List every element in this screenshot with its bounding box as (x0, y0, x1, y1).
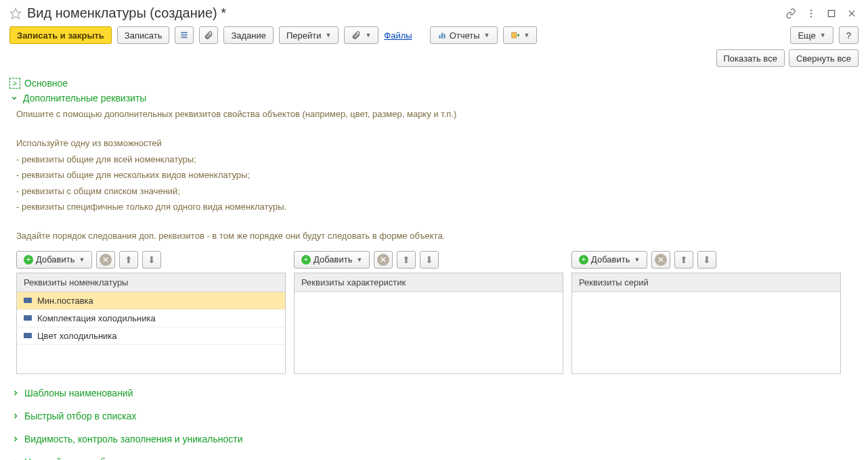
column-nomenclature-attrs: + Добавить ▼ ✕ ⬆ ⬇ Реквизиты номенклатур… (16, 251, 286, 374)
row-label: Мин.поставка (37, 296, 93, 306)
chevron-down-icon: ▼ (820, 32, 826, 39)
attribute-icon (24, 315, 32, 321)
add-button[interactable]: + Добавить ▼ (16, 251, 92, 269)
add-label: Добавить (36, 254, 74, 264)
chevron-right-icon (11, 434, 20, 444)
svg-point-2 (810, 12, 812, 14)
section-pricing[interactable]: Настройка ценообразования (11, 457, 859, 461)
svg-rect-10 (439, 35, 440, 39)
section-additional-attrs[interactable]: Дополнительные реквизиты (9, 93, 859, 104)
chevron-down-icon: ▼ (326, 32, 332, 39)
chevron-down-icon: ▼ (484, 32, 490, 39)
move-down-button[interactable]: ⬇ (142, 251, 161, 269)
close-icon[interactable] (845, 7, 859, 20)
chevron-down-icon: ▼ (356, 256, 362, 263)
chevron-down-icon: ▼ (79, 256, 85, 263)
more-button[interactable]: Еще ▼ (790, 26, 833, 44)
delete-button[interactable]: ✕ (96, 251, 115, 269)
hint-line: - реквизиты с общим списком значений; (16, 185, 859, 198)
files-link[interactable]: Файлы (384, 30, 412, 41)
reports-button[interactable]: Отчеты ▼ (430, 26, 498, 44)
chevron-down-icon: ▼ (524, 32, 530, 39)
arrow-up-icon: ⬆ (125, 254, 133, 265)
svg-point-1 (810, 9, 812, 11)
move-up-button[interactable]: ⬆ (397, 251, 416, 269)
move-down-button[interactable]: ⬇ (697, 251, 716, 269)
delete-button[interactable]: ✕ (374, 251, 393, 269)
list-icon-button[interactable] (175, 26, 194, 44)
column-characteristics-attrs: + Добавить ▼ ✕ ⬆ ⬇ Реквизиты характерист… (294, 251, 563, 374)
arrow-down-icon: ⬇ (425, 254, 433, 265)
delete-icon: ✕ (377, 254, 389, 266)
hint-line: - реквизиты общие для всей номенклатуры; (16, 153, 859, 166)
maximize-icon[interactable] (825, 7, 838, 20)
arrow-up-icon: ⬆ (680, 254, 688, 265)
attach-files-button[interactable]: ▼ (344, 26, 378, 44)
row-label: Комплектация холодильника (37, 313, 156, 323)
hint-line: Используйте одну из возможностей (16, 137, 859, 150)
add-button[interactable]: + Добавить ▼ (294, 251, 370, 269)
hint-line: Задайте порядок следования доп. реквизит… (16, 229, 859, 243)
show-all-button[interactable]: Показать все (716, 49, 785, 67)
section-label: Настройка ценообразования (24, 457, 151, 461)
add-label: Добавить (313, 254, 352, 264)
task-button[interactable]: Задание (223, 26, 274, 44)
collapse-all-button[interactable]: Свернуть все (789, 49, 859, 67)
table-row[interactable]: Комплектация холодильника (17, 310, 285, 327)
chevron-right-icon: > (9, 78, 20, 89)
arrow-down-icon: ⬇ (703, 254, 711, 265)
hint-line: - реквизиты специфичные только для одног… (16, 200, 859, 214)
grid-header: Реквизиты характеристик (295, 273, 563, 292)
hint-line: Опишите с помощью дополнительных реквизи… (16, 108, 859, 121)
svg-rect-7 (181, 32, 188, 33)
svg-rect-13 (511, 32, 516, 38)
section-visibility[interactable]: Видимость, контроль заполнения и уникаль… (11, 434, 859, 444)
plus-icon: + (24, 255, 33, 264)
move-up-button[interactable]: ⬆ (119, 251, 138, 269)
section-label: Видимость, контроль заполнения и уникаль… (24, 434, 243, 444)
plus-icon: + (579, 255, 588, 264)
section-main[interactable]: > Основное (9, 78, 859, 89)
table-row[interactable]: Мин.поставка (17, 292, 285, 310)
section-additional-attrs-label: Дополнительные реквизиты (23, 93, 146, 104)
section-name-templates[interactable]: Шаблоны наименований (11, 388, 859, 398)
svg-point-3 (810, 16, 812, 17)
move-up-button[interactable]: ⬆ (674, 251, 693, 269)
grid-characteristics: Реквизиты характеристик (294, 273, 563, 374)
section-main-label: Основное (24, 78, 68, 89)
chevron-right-icon (11, 388, 20, 398)
arrow-down-icon: ⬇ (148, 254, 156, 265)
chevron-down-icon: ▼ (365, 32, 371, 39)
attachment-icon-button[interactable] (199, 26, 218, 44)
page-title: Вид номенклатуры (создание) * (27, 5, 784, 21)
svg-rect-11 (441, 33, 442, 39)
favorite-star-icon[interactable] (9, 7, 22, 20)
grid-series: Реквизиты серий (571, 273, 841, 374)
delete-button[interactable]: ✕ (651, 251, 670, 269)
plus-icon: + (301, 255, 311, 264)
save-and-close-button[interactable]: Записать и закрыть (9, 26, 112, 44)
save-button[interactable]: Записать (117, 26, 170, 44)
grid-header: Реквизиты номенклатуры (17, 273, 285, 292)
link-icon[interactable] (784, 7, 798, 20)
goto-button[interactable]: Перейти ▼ (279, 26, 339, 44)
delete-icon: ✕ (655, 254, 667, 266)
delete-icon: ✕ (100, 254, 112, 266)
move-down-button[interactable]: ⬇ (420, 251, 439, 269)
add-button[interactable]: + Добавить ▼ (571, 251, 647, 269)
attribute-icon (24, 298, 32, 303)
export-icon-button[interactable]: ▼ (503, 26, 538, 44)
grid-nomenclature: Реквизиты номенклатуры Мин.поставка Комп… (16, 273, 286, 374)
svg-rect-12 (443, 34, 445, 38)
svg-rect-4 (828, 10, 834, 16)
kebab-menu-icon[interactable] (804, 7, 818, 20)
column-series-attrs: + Добавить ▼ ✕ ⬆ ⬇ Реквизиты серий (571, 251, 841, 374)
table-row[interactable]: Цвет холодильника (17, 327, 285, 345)
arrow-up-icon: ⬆ (402, 254, 410, 265)
help-button[interactable]: ? (839, 26, 859, 44)
chevron-right-icon (11, 411, 20, 421)
section-quick-filter[interactable]: Быстрый отбор в списках (11, 411, 859, 421)
chevron-down-icon (9, 93, 19, 103)
chevron-right-icon (11, 457, 20, 461)
svg-rect-8 (181, 34, 188, 36)
